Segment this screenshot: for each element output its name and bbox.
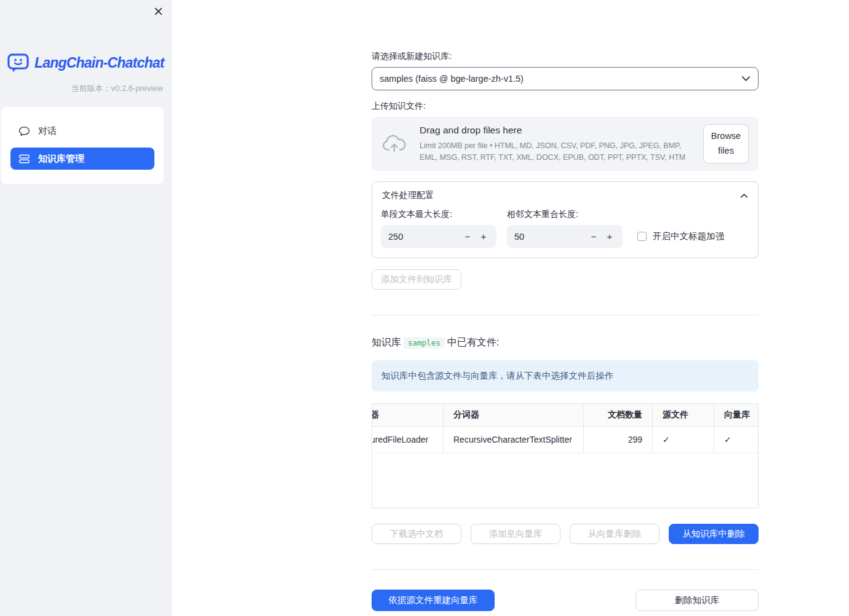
overlap-size-label: 相邻文本重合长度: xyxy=(507,209,623,220)
chunk-size-value: 250 xyxy=(388,232,460,242)
app-window: LangChain-Chatchat 当前版本：v0.2.6-preview 对… xyxy=(0,0,849,616)
sidebar-item-label: 对话 xyxy=(38,125,57,137)
overlap-size-field: 相邻文本重合长度: 50 − + xyxy=(507,209,623,248)
table-row[interactable]: uredFileLoader RecursiveCharacterTextSpl… xyxy=(372,427,758,453)
kb-files-heading: 知识库samples中已有文件: xyxy=(372,336,759,349)
chevron-up-icon xyxy=(740,193,748,199)
chat-bubble-icon xyxy=(18,126,30,136)
table-header-row: 器 分词器 文档数量 源文件 向量库 xyxy=(372,404,758,427)
file-actions-row: 下载选中文档 添加至向量库 从向量库删除 从知识库中删除 xyxy=(372,524,759,544)
sidebar-close-button[interactable] xyxy=(151,4,165,18)
table-empty-area xyxy=(372,453,758,508)
divider xyxy=(372,569,759,570)
chunk-size-field: 单段文本最大长度: 250 − + xyxy=(381,209,496,248)
sidebar-item-label: 知识库管理 xyxy=(38,153,84,165)
kb-files-table: 器 分词器 文档数量 源文件 向量库 uredFileLoader Recurs… xyxy=(372,403,759,508)
rebuild-vector-store-button[interactable]: 依据源文件重建向量库 xyxy=(372,590,495,611)
file-dropzone[interactable]: Drag and drop files here Limit 200MB per… xyxy=(372,117,759,171)
delete-from-vector-store-button[interactable]: 从向量库删除 xyxy=(570,524,660,544)
col-doc-count: 文档数量 xyxy=(583,404,652,427)
upload-label: 上传知识文件: xyxy=(372,101,759,112)
content-column: 请选择或新建知识库: samples (faiss @ bge-large-zh… xyxy=(372,0,759,611)
overlap-size-value: 50 xyxy=(514,232,586,242)
add-to-vector-store-button[interactable]: 添加至向量库 xyxy=(471,524,560,544)
decrement-icon[interactable]: − xyxy=(460,231,476,242)
cell-doc-count[interactable]: 299 xyxy=(583,427,652,453)
chatbot-logo-icon xyxy=(7,53,29,73)
sidebar-item-knowledge-base[interactable]: 知识库管理 xyxy=(10,148,154,170)
version-text: 当前版本：v0.2.6-preview xyxy=(0,83,163,94)
cell-vector-store-check[interactable]: ✓ xyxy=(714,427,758,453)
zh-title-enhance-checkbox[interactable] xyxy=(637,232,647,241)
zh-title-enhance-row: 开启中文标题加强 xyxy=(637,231,724,242)
browse-files-button[interactable]: Browse files xyxy=(703,124,749,164)
expander-title: 文件处理配置 xyxy=(382,190,434,201)
dropzone-title: Drag and drop files here xyxy=(420,125,697,136)
chunk-size-label: 单段文本最大长度: xyxy=(381,209,496,220)
zh-title-enhance-label: 开启中文标题加强 xyxy=(653,231,724,242)
kb-global-actions-row: 依据源文件重建向量库 删除知识库 xyxy=(372,590,759,611)
col-source-file: 源文件 xyxy=(652,404,714,427)
dropzone-text: Drag and drop files here Limit 200MB per… xyxy=(420,125,703,162)
close-icon xyxy=(154,7,163,16)
download-selected-button[interactable]: 下载选中文档 xyxy=(372,524,461,544)
delete-from-kb-button[interactable]: 从知识库中删除 xyxy=(669,524,759,544)
main-area: 请选择或新建知识库: samples (faiss @ bge-large-zh… xyxy=(172,0,849,616)
col-splitter: 分词器 xyxy=(443,404,583,427)
increment-icon[interactable]: + xyxy=(602,231,618,242)
divider xyxy=(372,315,759,315)
cell-splitter[interactable]: RecursiveCharacterTextSplitter xyxy=(443,427,583,453)
dropzone-limits: Limit 200MB per file • HTML, MD, JSON, C… xyxy=(420,140,697,162)
brand-logo: LangChain-Chatchat xyxy=(7,53,165,73)
kb-select-label: 请选择或新建知识库: xyxy=(372,51,759,62)
kb-select[interactable]: samples (faiss @ bge-large-zh-v1.5) xyxy=(372,67,759,90)
sidebar-item-dialogue[interactable]: 对话 xyxy=(10,120,154,142)
delete-kb-button[interactable]: 删除知识库 xyxy=(636,590,759,611)
col-loader: 器 xyxy=(372,404,443,427)
cell-loader[interactable]: uredFileLoader xyxy=(372,427,443,453)
info-banner: 知识库中包含源文件与向量库，请从下表中选择文件后操作 xyxy=(372,360,759,392)
overlap-size-input[interactable]: 50 − + xyxy=(507,225,623,248)
increment-icon[interactable]: + xyxy=(476,231,492,242)
add-files-to-kb-button[interactable]: 添加文件到知识库 xyxy=(372,269,461,290)
stacked-list-icon xyxy=(18,154,30,164)
chunk-size-input[interactable]: 250 − + xyxy=(381,225,496,248)
file-config-expander: 文件处理配置 单段文本最大长度: 250 − + xyxy=(372,181,759,258)
kb-name-code: samples xyxy=(404,337,445,349)
decrement-icon[interactable]: − xyxy=(586,231,602,242)
kb-select-value: samples (faiss @ bge-large-zh-v1.5) xyxy=(380,74,741,84)
sidebar: LangChain-Chatchat 当前版本：v0.2.6-preview 对… xyxy=(0,0,172,616)
expander-header[interactable]: 文件处理配置 xyxy=(372,182,758,202)
col-vector-store: 向量库 xyxy=(714,404,758,427)
cell-source-file-check[interactable]: ✓ xyxy=(652,427,714,453)
sidebar-menu: 对话 知识库管理 xyxy=(1,107,164,184)
brand-name: LangChain-Chatchat xyxy=(34,55,164,71)
cloud-upload-icon xyxy=(381,134,407,154)
chevron-down-icon xyxy=(741,76,751,82)
expander-body: 单段文本最大长度: 250 − + 相邻文本重合长度: 50 − + xyxy=(372,202,758,258)
